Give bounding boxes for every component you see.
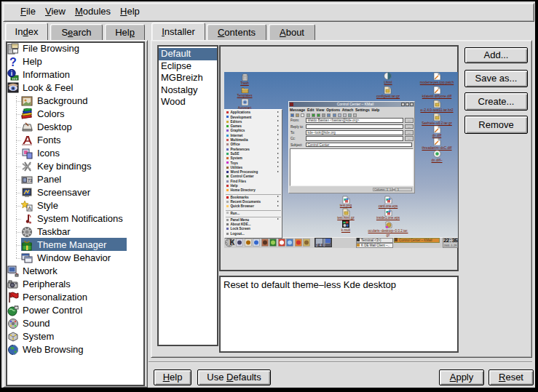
svg-text:?: ? xyxy=(9,56,17,68)
svg-text:73: 73 xyxy=(28,178,33,183)
svg-text:A: A xyxy=(28,206,31,211)
svg-text:i: i xyxy=(11,70,12,77)
svg-text:K: K xyxy=(230,239,235,247)
